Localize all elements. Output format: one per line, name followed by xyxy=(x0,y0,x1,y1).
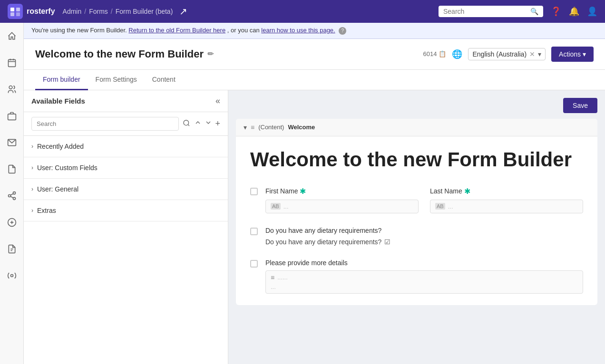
lang-chevron-icon[interactable]: ▾ xyxy=(538,50,541,58)
sidebar-item-share[interactable] xyxy=(3,187,20,204)
section-menu-icon[interactable]: ≡ xyxy=(251,124,254,131)
logo-text: rosterfy xyxy=(27,7,55,16)
banner-link-learn[interactable]: learn how to use this page. xyxy=(261,27,335,34)
banner-link-old[interactable]: Return to the old Form Builder here xyxy=(128,27,225,34)
sidebar-item-dollar[interactable] xyxy=(3,214,20,231)
breadcrumb-forms[interactable]: Forms xyxy=(89,8,108,15)
nav-icons: ❓ 🔔 👤 xyxy=(551,6,597,17)
sidebar-item-mail[interactable] xyxy=(3,134,20,151)
lang-clear-icon[interactable]: ✕ xyxy=(529,50,535,58)
field-group-recently-added-header[interactable]: › Recently Added xyxy=(24,136,228,157)
dietary-check-icon[interactable]: ☑ xyxy=(384,238,390,246)
help-icon[interactable]: ❓ xyxy=(551,6,561,17)
details-row: Please provide more details ≡ ...... ... xyxy=(250,259,583,294)
sidebar-item-clipboard[interactable] xyxy=(3,240,20,258)
field-group-user-custom-header[interactable]: › User: Custom Fields xyxy=(24,157,228,178)
banner-help-icon[interactable]: ? xyxy=(339,27,346,35)
page-title: Welcome to the new Form Builder ✏ xyxy=(35,48,214,60)
canvas-area: Save ▾ ≡ (Content) Welcome Welcome to th… xyxy=(228,90,605,364)
svg-rect-2 xyxy=(10,12,14,16)
details-field: Please provide more details ≡ ...... ... xyxy=(265,259,583,294)
sidebar-item-home[interactable] xyxy=(3,28,20,45)
page-header-right: 6014 📋 🌐 English (Australia) ✕ ▾ Actions… xyxy=(423,47,594,62)
name-row-checkbox[interactable] xyxy=(250,188,258,195)
bell-icon[interactable]: 🔔 xyxy=(569,6,579,17)
globe-icon[interactable]: 🌐 xyxy=(452,49,462,59)
tab-form-builder[interactable]: Form builder xyxy=(35,70,88,90)
save-button[interactable]: Save xyxy=(563,98,597,113)
details-icon-row: ≡ ...... xyxy=(271,274,578,281)
panel-header: Available Fields « xyxy=(24,90,228,112)
dietary-label-text: Do you have any dietary requirements? xyxy=(265,227,381,234)
sidebar-item-briefcase[interactable] xyxy=(3,107,20,125)
fields-panel: Available Fields « + xyxy=(24,90,228,364)
details-label-text: Please provide more details xyxy=(265,259,348,267)
sidebar-item-users[interactable] xyxy=(3,81,20,98)
first-name-required-star: ✱ xyxy=(300,187,306,196)
sidebar-item-settings[interactable] xyxy=(3,267,20,284)
banner-text-before: You're using the new Form Builder. xyxy=(31,27,127,34)
first-name-label: First Name ✱ xyxy=(265,187,419,196)
tab-content[interactable]: Content xyxy=(145,70,183,90)
name-fields-row: First Name ✱ AB ... xyxy=(250,187,583,227)
actions-label: Actions xyxy=(559,50,581,58)
doc-copy-icon[interactable]: 📋 xyxy=(439,50,446,57)
svg-line-24 xyxy=(188,125,190,126)
name-row-selector xyxy=(250,187,260,227)
last-name-placeholder: ... xyxy=(448,203,453,210)
tab-form-settings[interactable]: Form Settings xyxy=(88,70,145,90)
svg-point-22 xyxy=(10,275,13,277)
svg-rect-0 xyxy=(10,8,14,11)
details-textarea-preview[interactable]: ≡ ...... ... xyxy=(265,270,583,294)
first-name-type-icon: AB xyxy=(271,203,281,210)
language-text: English (Australia) xyxy=(472,50,527,58)
field-group-extras-header[interactable]: › Extras xyxy=(24,200,228,221)
add-field-icon[interactable]: + xyxy=(215,119,220,129)
dietary-row-selector xyxy=(250,227,260,246)
last-name-input-row[interactable]: AB ... xyxy=(430,200,583,213)
form-card: ▾ ≡ (Content) Welcome Welcome to the new… xyxy=(236,119,597,305)
top-navigation: rosterfy Admin / Forms / Form Builder (b… xyxy=(0,0,605,23)
actions-button[interactable]: Actions ▾ xyxy=(551,47,594,62)
breadcrumb-sep-1: / xyxy=(84,8,86,15)
sort-down-icon[interactable] xyxy=(205,119,212,129)
panel-title: Available Fields xyxy=(31,97,85,105)
textarea-placeholder: ... xyxy=(271,283,578,290)
breadcrumb-admin[interactable]: Admin xyxy=(63,8,82,15)
extras-chevron: › xyxy=(31,207,33,214)
breadcrumb-current[interactable]: Form Builder (beta) xyxy=(116,8,173,15)
field-search-icon[interactable] xyxy=(183,119,190,128)
search-input[interactable] xyxy=(443,8,527,15)
last-name-label-text: Last Name xyxy=(430,187,462,195)
tabs: Form builder Form Settings Content xyxy=(24,70,605,90)
logo-icon xyxy=(8,4,23,19)
svg-point-12 xyxy=(13,192,15,194)
dietary-label: Do you have any dietary requirements? xyxy=(265,227,583,234)
search-box[interactable]: 🔍 xyxy=(439,6,543,17)
svg-point-8 xyxy=(9,86,12,89)
details-row-checkbox[interactable] xyxy=(250,260,258,268)
user-general-chevron: › xyxy=(31,186,33,192)
logo[interactable]: rosterfy xyxy=(8,4,55,19)
language-selector[interactable]: English (Australia) ✕ ▾ xyxy=(468,48,546,60)
app-body: You're using the new Form Builder. Retur… xyxy=(0,23,605,364)
field-search-input[interactable] xyxy=(31,117,179,131)
sidebar-item-document[interactable] xyxy=(3,161,20,178)
field-group-user-general-header[interactable]: › User: General xyxy=(24,179,228,200)
last-name-required-star: ✱ xyxy=(464,187,470,196)
form-title-text: Welcome to the new Form Builder xyxy=(250,148,583,172)
textarea-dots: ...... xyxy=(277,274,288,281)
user-icon[interactable]: 👤 xyxy=(587,6,597,17)
sort-up-icon[interactable] xyxy=(194,119,202,129)
page-title-text: Welcome to the new Form Builder xyxy=(35,48,204,60)
dietary-row-checkbox[interactable] xyxy=(250,228,258,235)
section-chevron-icon[interactable]: ▾ xyxy=(244,124,247,131)
first-name-label-text: First Name xyxy=(265,187,298,195)
first-name-input-row[interactable]: AB ... xyxy=(265,200,419,213)
panel-collapse-button[interactable]: « xyxy=(215,96,220,106)
sidebar-item-calendar[interactable] xyxy=(3,54,20,71)
edit-title-icon[interactable]: ✏ xyxy=(207,49,214,58)
last-name-field: Last Name ✱ AB ... xyxy=(430,187,583,213)
last-name-label: Last Name ✱ xyxy=(430,187,583,196)
form-body: Welcome to the new Form Builder First xyxy=(236,136,597,305)
